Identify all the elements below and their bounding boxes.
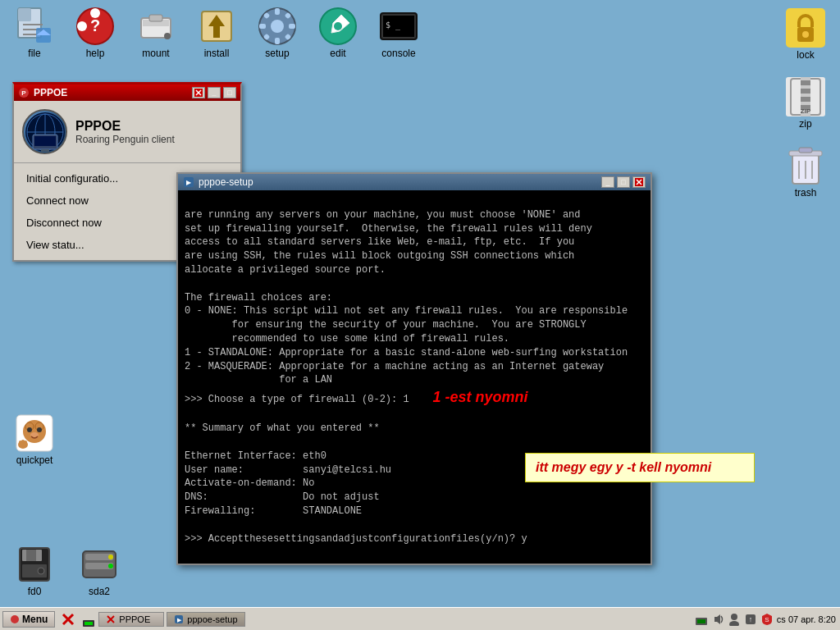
taskbar-pppoe-icon (106, 614, 116, 624)
terminal-window: ▶ pppoe-setup _ □ are running any server… (176, 172, 652, 565)
desktop-icon-console-label: console (381, 48, 415, 59)
pppoe-info: PPPOE Roaring Penguin client (75, 119, 175, 145)
desktop-icon-zip[interactable]: ZIP zip (779, 77, 832, 130)
svg-point-18 (271, 20, 284, 33)
terminal-window-icon: ▶ (183, 176, 194, 188)
svg-rect-21 (259, 24, 266, 29)
svg-rect-38 (801, 97, 810, 102)
svg-text:$ _: $ _ (386, 21, 401, 30)
taskbar: Menu PPPOE ▶ pppoe-setup (0, 607, 840, 630)
pppoe-window-title: PPPOE (34, 87, 67, 98)
terminal-title-buttons: _ □ (601, 176, 646, 188)
taskbar-clock: cs 07 apr. 8:20 (777, 614, 836, 624)
svg-rect-43 (799, 148, 812, 153)
taskbar-x-logo (57, 613, 79, 626)
svg-point-57 (24, 441, 27, 444)
svg-point-98 (731, 614, 737, 620)
desktop-icon-zip-label: zip (799, 118, 811, 130)
desktop-icon-sda2[interactable]: sda2 (73, 545, 126, 597)
desktop-icon-file-label: file (28, 48, 40, 59)
svg-point-84 (108, 555, 113, 559)
svg-marker-97 (714, 614, 720, 624)
taskbar-item-pppoe-label: PPPOE (119, 614, 150, 624)
terminal-body[interactable]: are running any servers on your machine,… (178, 190, 651, 564)
pppoe-close-button[interactable] (192, 87, 205, 98)
annotation-box: itt megy egy y -t kell nyomni (525, 453, 755, 482)
quickpet-label: quickpet (16, 454, 53, 466)
terminal-maximize-button[interactable]: □ (617, 176, 630, 188)
terminal-content: are running any servers on your machine,… (185, 209, 628, 386)
svg-rect-78 (26, 550, 36, 561)
tray-network-icon[interactable] (695, 613, 708, 626)
terminal-title-bar[interactable]: ▶ pppoe-setup _ □ (178, 174, 651, 190)
desktop-icon-fd0-label: fd0 (28, 586, 42, 597)
pppoe-window-icon: P (18, 87, 30, 98)
taskbar-item-pppoe[interactable]: PPPOE (98, 612, 164, 627)
svg-point-33 (802, 31, 809, 38)
svg-point-13 (164, 33, 171, 39)
pppoe-app-name: PPPOE (75, 119, 175, 134)
svg-text:▶: ▶ (186, 179, 192, 186)
svg-point-99 (729, 621, 739, 626)
taskbar-item-pppoe-setup[interactable]: ▶ pppoe-setup (167, 612, 244, 627)
pppoe-description: Roaring Penguin client (75, 134, 175, 145)
terminal-window-title: pppoe-setup (199, 176, 253, 188)
taskbar-items: PPPOE ▶ pppoe-setup (98, 612, 690, 627)
svg-point-28 (334, 22, 342, 30)
desktop-right-icons: lock ZIP zip (779, 8, 832, 199)
tray-volume-icon[interactable] (711, 613, 724, 626)
pppoe-title-buttons: _ □ (192, 87, 236, 98)
svg-point-85 (108, 564, 113, 568)
desktop-icon-quickpet[interactable]: quickpet (8, 413, 61, 466)
desktop-icon-mount[interactable]: mount (130, 7, 182, 59)
taskbar-right: ↑ S cs 07 apr. 8:20 (691, 613, 840, 626)
taskbar-start-button[interactable]: Menu (2, 611, 55, 628)
svg-text:ZIP: ZIP (801, 107, 811, 115)
taskbar-item-pppoe-setup-label: pppoe-setup (187, 614, 237, 624)
taskbar-network-icon[interactable] (79, 612, 98, 627)
desktop-icon-trash-label: trash (795, 187, 817, 199)
svg-text:S: S (765, 616, 769, 623)
svg-text:?: ? (90, 16, 100, 34)
svg-rect-36 (801, 80, 810, 85)
svg-rect-90 (84, 622, 93, 625)
desktop-icon-install[interactable]: install (190, 7, 243, 59)
svg-point-51 (27, 427, 32, 432)
terminal-firewall-line: >>> Choose a type of firewall (0-2): 1 1… (185, 394, 527, 405)
desktop-icon-console[interactable]: $ _ console (372, 7, 425, 59)
desktop-icon-setup-label: setup (265, 48, 289, 59)
desktop-icon-install-label: install (204, 48, 230, 59)
svg-rect-70 (41, 149, 49, 152)
svg-rect-19 (275, 8, 280, 15)
start-icon (10, 614, 20, 624)
terminal-close-button[interactable] (632, 176, 646, 188)
desktop-icon-file[interactable]: file (8, 7, 61, 59)
terminal-content-2: ** Summary of what you entered ** Ethern… (185, 422, 527, 544)
tray-updates-icon[interactable]: ↑ (744, 613, 757, 626)
annotation-accept-text: itt megy egy y -t kell nyomni (536, 460, 711, 474)
desktop-icon-sda2-label: sda2 (89, 586, 110, 597)
desktop-icon-lock-label: lock (797, 49, 814, 61)
desktop-icon-mount-label: mount (142, 48, 169, 59)
desktop-icon-help[interactable]: ? help (69, 7, 121, 59)
pppoe-minimize-button[interactable]: _ (208, 87, 221, 98)
desktop-icon-trash[interactable]: trash (779, 146, 832, 199)
svg-point-80 (38, 568, 44, 574)
pppoe-logo (22, 109, 67, 154)
pppoe-title-bar[interactable]: P PPPOE _ □ (14, 84, 240, 101)
annotation-firewall: 1 -est nyomni (432, 389, 527, 405)
svg-text:P: P (21, 89, 26, 97)
desktop-icon-fd0[interactable]: fd0 (8, 545, 61, 597)
desktop-icon-setup[interactable]: setup (251, 7, 304, 59)
tray-user-icon[interactable] (728, 613, 741, 626)
terminal-minimize-button[interactable]: _ (601, 176, 614, 188)
desktop-icon-edit[interactable]: edit (312, 7, 364, 59)
svg-rect-22 (289, 24, 295, 29)
desktop-bottom-left-icons: fd0 sda2 (8, 545, 126, 597)
pppoe-maximize-button[interactable]: □ (223, 87, 236, 98)
svg-rect-14 (149, 15, 162, 21)
svg-rect-1 (18, 8, 31, 21)
svg-text:↑: ↑ (749, 615, 753, 623)
desktop-icon-lock[interactable]: lock (779, 8, 832, 61)
tray-security-icon[interactable]: S (760, 613, 774, 626)
